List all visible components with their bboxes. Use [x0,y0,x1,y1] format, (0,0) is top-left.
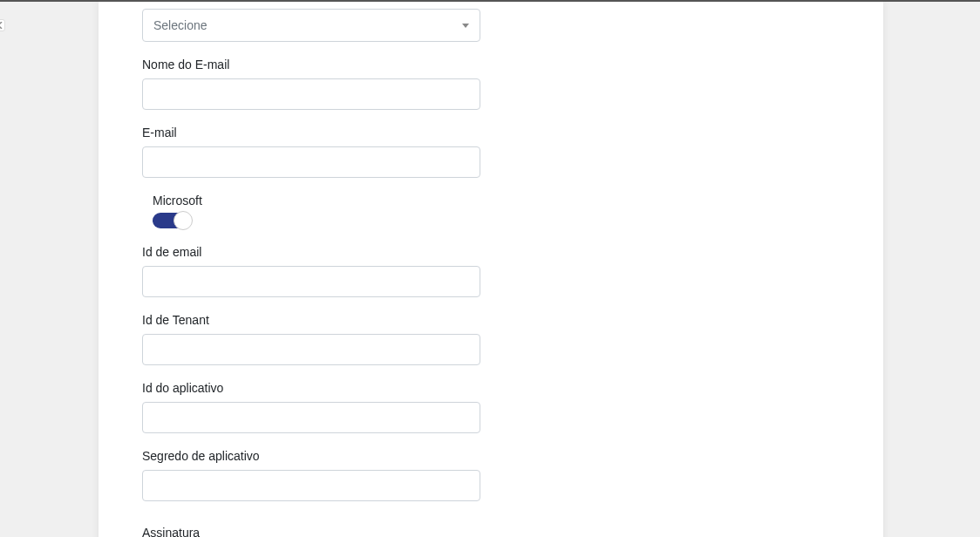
nome-email-label: Nome do E-mail [142,58,480,71]
id-app-label: Id do aplicativo [142,381,480,395]
id-tenant-label: Id de Tenant [142,313,480,327]
select-placeholder: Selecione [153,18,208,32]
id-email-group: Id de email [142,245,480,297]
id-app-input[interactable] [142,402,480,433]
id-app-group: Id do aplicativo [142,381,480,433]
select-group: Selecione [142,9,480,42]
page-wrap: Selecione Nome do E-mail E-mail Microsof… [0,0,980,537]
id-tenant-input[interactable] [142,334,480,365]
chevron-left-icon [0,22,3,29]
email-label: E-mail [142,126,480,139]
microsoft-label: Microsoft [153,194,480,207]
sidebar-collapse-handle[interactable] [0,19,5,31]
app-secret-label: Segredo de aplicativo [142,449,480,463]
email-input[interactable] [142,146,480,178]
toggle-knob [174,211,193,230]
select-dropdown[interactable]: Selecione [142,9,480,42]
form-card: Selecione Nome do E-mail E-mail Microsof… [99,2,883,537]
signature-title: Assinatura [142,526,480,537]
form-column: Selecione Nome do E-mail E-mail Microsof… [142,2,480,537]
id-email-input[interactable] [142,266,480,297]
email-group: E-mail [142,126,480,178]
app-secret-input[interactable] [142,470,480,501]
chevron-down-icon [462,24,469,28]
id-tenant-group: Id de Tenant [142,313,480,365]
app-secret-group: Segredo de aplicativo [142,449,480,501]
id-email-label: Id de email [142,245,480,259]
microsoft-toggle-row: Microsoft [153,194,480,231]
nome-email-input[interactable] [142,78,480,110]
nome-email-group: Nome do E-mail [142,58,480,110]
microsoft-toggle[interactable] [153,213,191,228]
